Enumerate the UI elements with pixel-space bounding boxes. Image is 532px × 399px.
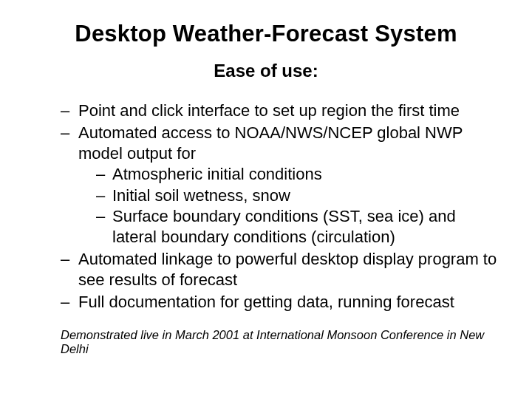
slide-title: Desktop Weather-Forecast System <box>30 21 502 47</box>
sub-list-item-text: Atmospheric initial conditions <box>112 165 322 183</box>
list-item-text: Full documentation for getting data, run… <box>78 293 454 311</box>
slide-subtitle: Ease of use: <box>30 61 502 81</box>
list-item: Point and click interface to set up regi… <box>61 100 502 121</box>
slide: Desktop Weather-Forecast System Ease of … <box>0 0 532 399</box>
sub-list-item: Surface boundary conditions (SST, sea ic… <box>96 206 502 248</box>
sub-list-item-text: Initial soil wetness, snow <box>112 186 290 205</box>
sub-list-item-text: Surface boundary conditions (SST, sea ic… <box>112 207 456 246</box>
list-item-text: Automated access to NOAA/NWS/NCEP global… <box>78 123 463 163</box>
list-item: Automated linkage to powerful desktop di… <box>61 249 502 290</box>
list-item: Full documentation for getting data, run… <box>61 292 502 313</box>
list-item-text: Point and click interface to set up regi… <box>78 101 460 120</box>
sub-list-item: Atmospheric initial conditions <box>96 164 502 185</box>
sub-list-item: Initial soil wetness, snow <box>96 185 502 206</box>
sub-list: Atmospheric initial conditions Initial s… <box>96 164 502 248</box>
list-item-text: Automated linkage to powerful desktop di… <box>78 250 497 289</box>
bullet-list: Point and click interface to set up regi… <box>61 100 502 315</box>
list-item: Automated access to NOAA/NWS/NCEP global… <box>61 123 502 248</box>
footnote: Demonstrated live in March 2001 at Inter… <box>30 328 502 356</box>
